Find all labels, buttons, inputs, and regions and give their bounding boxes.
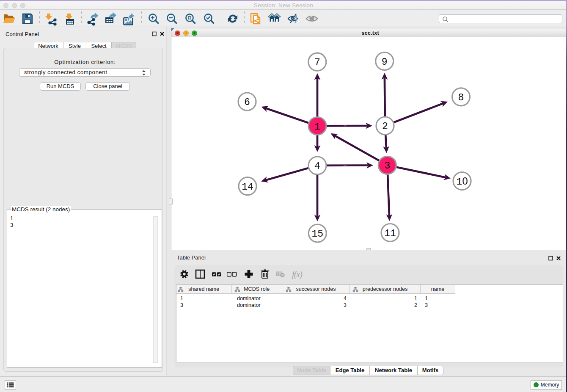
svg-text:11: 11 <box>384 228 396 239</box>
svg-text:f(x): f(x) <box>292 270 303 279</box>
svg-text:14: 14 <box>242 182 253 193</box>
svg-text:1: 1 <box>314 121 320 133</box>
svg-text:1: 1 <box>456 177 462 188</box>
svg-text:9: 9 <box>382 57 388 68</box>
svg-text:6: 6 <box>244 97 250 108</box>
svg-text:3: 3 <box>384 160 390 171</box>
svg-text:4: 4 <box>314 161 320 172</box>
svg-text:2: 2 <box>382 121 388 132</box>
svg-text:8: 8 <box>458 92 464 103</box>
svg-text:15: 15 <box>311 229 323 240</box>
svg-text:0: 0 <box>462 176 468 187</box>
svg-text:7: 7 <box>314 57 320 68</box>
